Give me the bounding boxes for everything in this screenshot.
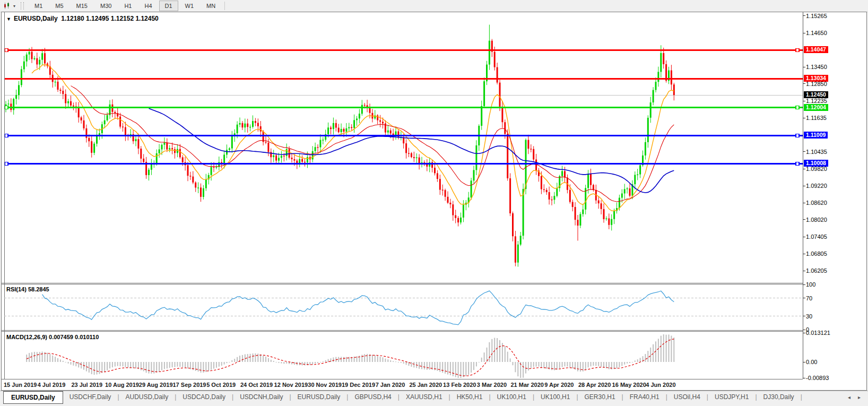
price-badge-1.14047: 1.14047 (804, 46, 828, 53)
date-tick-label: 24 Oct 2019 (240, 382, 273, 388)
timeframe-button-mn[interactable]: MN (201, 1, 221, 11)
date-tick-label: 9 Apr 2020 (544, 382, 574, 388)
price-tick-label: 1.12235 (806, 98, 827, 104)
toolbar-divider (224, 2, 225, 10)
chart-tab-uk100-h1[interactable]: UK100,H1 (534, 391, 576, 403)
macd-tick-label: 0.00 (806, 359, 817, 365)
macd-histogram (26, 334, 674, 378)
date-tick-label: 25 Jan 2020 (409, 382, 442, 388)
timeframe-button-w1[interactable]: W1 (179, 1, 200, 11)
price-badge-1.12004: 1.12004 (804, 104, 828, 111)
toolbar-grip-handle[interactable] (21, 2, 24, 10)
price-tick-label: 1.10435 (806, 149, 827, 155)
price-badge-1.13034: 1.13034 (804, 75, 828, 82)
rsi-tick-label: 100 (806, 281, 815, 288)
timeframe-button-group: M1M5M15M30H1H4D1W1MN (28, 3, 222, 9)
price-badge-1.11009: 1.11009 (804, 132, 828, 139)
price-tick-label: 1.08620 (806, 200, 827, 206)
chart-tool-dropdown-caret-icon[interactable]: ▾ (13, 4, 15, 8)
price-tick-label: 1.06805 (806, 250, 827, 257)
hline-1.10008 (4, 163, 803, 165)
chart-tab-usdjpy-h1[interactable]: USDJPY,H1 (708, 391, 755, 403)
price-tick-label: 1.14650 (806, 30, 827, 36)
price-tick-label: 1.08020 (806, 217, 827, 223)
hline-1.11009 (4, 135, 803, 136)
chart-tab-audusd-daily[interactable]: AUDUSD,Daily (119, 391, 175, 403)
price-badge-1.12450: 1.12450 (804, 91, 828, 98)
date-tick-label: 19 Dec 2019 (342, 382, 375, 388)
macd-tick-label: -0.00893 (806, 375, 829, 381)
chart-tab-xauusd-h1[interactable]: XAUUSD,H1 (400, 391, 449, 403)
chart-tab-eurusd-daily[interactable]: EURUSD,Daily (291, 391, 347, 403)
date-tick-label: 16 May 2020 (612, 382, 646, 388)
chart-tab-uk100-h1[interactable]: UK100,H1 (491, 391, 533, 403)
date-tick-label: 12 Nov 2019 (274, 382, 308, 388)
chart-tab-usdcnh-daily[interactable]: USDCNH,Daily (233, 391, 289, 403)
chart-tab-dj30-daily[interactable]: DJ30,Daily (757, 391, 801, 403)
macd-indicator-label: MACD(12,26,9) 0.007459 0.010110 (6, 334, 99, 340)
chart-tabbar: EURUSD,DailyUSDCHF,Daily|AUDUSD,Daily|US… (0, 391, 868, 406)
trading-terminal: { "toolbar": { "chart_tool_icon": "candl… (0, 0, 868, 406)
date-tick-label: 15 Jun 2019 (4, 382, 37, 388)
chart-title-caret-icon[interactable]: ▼ (6, 16, 11, 22)
tab-scroll-right-icon[interactable]: ▸ (858, 394, 861, 400)
timeframe-button-m1[interactable]: M1 (29, 1, 48, 11)
date-tick-label: 10 Aug 2019 (105, 382, 139, 388)
rsi-line (42, 291, 674, 325)
macd-signal-line (27, 339, 674, 376)
top-toolbar: ▾ M1M5M15M30H1H4D1W1MN (0, 0, 868, 12)
price-tick-label: 1.11635 (806, 115, 827, 121)
hline-1.13034 (4, 78, 803, 80)
price-tick-label: 1.09220 (806, 183, 827, 189)
chart-tab-eurusd-daily[interactable]: EURUSD,Daily (3, 391, 63, 404)
date-tick-label: 21 Mar 2020 (511, 382, 544, 388)
chart-window: ▼EURUSD,Daily 1.12180 1.12495 1.12152 1.… (1, 12, 867, 391)
date-tick-label: 17 Sep 2019 (173, 382, 206, 388)
hline-1.12004 (4, 107, 803, 108)
price-badge-1.10008: 1.10008 (804, 160, 828, 167)
date-tick-label: 23 Jul 2019 (71, 382, 102, 388)
rsi-tick-label: 70 (806, 295, 812, 301)
chart-tab-usdchf-daily[interactable]: USDCHF,Daily (63, 391, 118, 403)
chart-tab-ger30-h1[interactable]: GER30,H1 (578, 391, 622, 403)
date-tick-label: 5 Oct 2019 (206, 382, 236, 388)
price-tick-label: 1.15265 (806, 13, 827, 19)
chart-tab-hk50-h1[interactable]: HK50,H1 (450, 391, 489, 403)
candlestick-chart-tool-icon (3, 2, 12, 10)
date-tick-label: 4 Jul 2019 (38, 382, 66, 388)
chart-tab-gbpusd-h4[interactable]: GBPUSD,H4 (348, 391, 397, 403)
price-chart-canvas[interactable] (2, 12, 866, 390)
timeframe-button-d1[interactable]: D1 (159, 1, 178, 11)
chart-tabs: EURUSD,DailyUSDCHF,Daily|AUDUSD,Daily|US… (0, 391, 802, 404)
date-tick-label: 13 Feb 2020 (443, 382, 476, 388)
price-tick-label: 1.07405 (806, 234, 827, 240)
price-tick-label: 1.06205 (806, 267, 827, 274)
chart-tool-button[interactable]: ▾ (0, 0, 18, 12)
date-tick-label: 30 Nov 2019 (308, 382, 342, 388)
date-tick-label: 29 Aug 2019 (139, 382, 173, 388)
date-tick-label: 4 Jun 2020 (646, 382, 675, 388)
tab-scroll-arrows: ◂ ▸ (848, 391, 868, 400)
date-tick-label: 7 Jan 2020 (376, 382, 405, 388)
chart-tab-fra40-h1[interactable]: FRA40,H1 (623, 391, 666, 403)
timeframe-button-h4[interactable]: H4 (138, 1, 158, 11)
rsi-indicator-label: RSI(14) 58.2845 (6, 286, 49, 292)
chart-tab-usoil-h4[interactable]: USOil,H4 (667, 391, 707, 403)
chart-ohlc-values: 1.12180 1.12495 1.12152 1.12450 (61, 15, 159, 22)
date-tick-label: 28 Apr 2020 (578, 382, 611, 388)
price-tick-label: 1.13450 (806, 64, 827, 70)
tab-scroll-left-icon[interactable]: ◂ (848, 394, 850, 400)
timeframe-button-m5[interactable]: M5 (49, 1, 69, 11)
rsi-tick-label: 30 (806, 313, 812, 319)
timeframe-button-m15[interactable]: M15 (71, 1, 93, 11)
date-tick-label: 3 Mar 2020 (477, 382, 507, 388)
timeframe-button-m30[interactable]: M30 (94, 1, 117, 11)
hline-1.14047 (4, 49, 803, 51)
macd-tick-label: 0.013121 (806, 330, 830, 336)
tab-divider: | (801, 391, 802, 403)
chart-symbol-label: EURUSD,Daily (14, 15, 58, 22)
timeframe-button-h1[interactable]: H1 (118, 1, 137, 11)
candlesticks (5, 25, 675, 267)
chart-tab-usdcad-daily[interactable]: USDCAD,Daily (176, 391, 232, 403)
chart-title: ▼EURUSD,Daily 1.12180 1.12495 1.12152 1.… (6, 15, 159, 22)
